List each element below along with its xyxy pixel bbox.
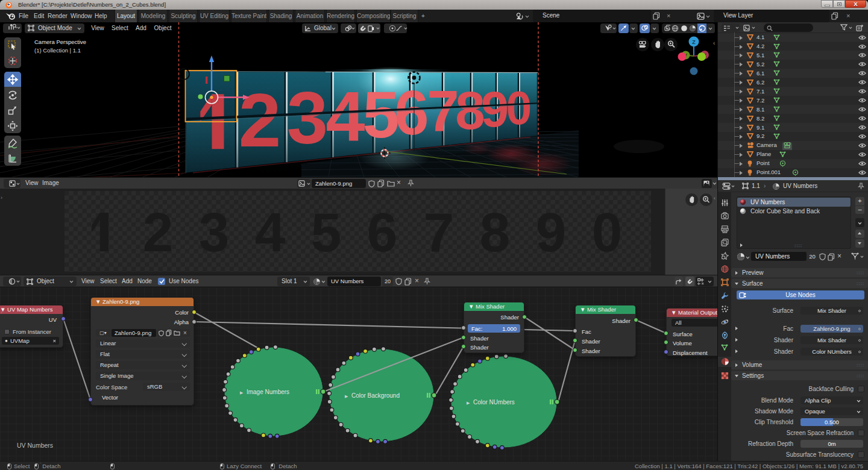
svg-text:Z: Z xyxy=(692,39,696,45)
svg-text:3: 3 xyxy=(287,77,328,159)
svg-text:▶ Image Numbers: ▶ Image Numbers xyxy=(240,389,289,395)
svg-text:4: 4 xyxy=(326,77,365,155)
svg-text:7: 7 xyxy=(427,79,459,143)
svg-text:9: 9 xyxy=(481,81,509,137)
svg-text:0: 0 xyxy=(506,82,532,134)
svg-text:▶ Color Background: ▶ Color Background xyxy=(345,392,400,399)
svg-text:▶ Color NUmbers: ▶ Color NUmbers xyxy=(467,399,515,406)
svg-text:2: 2 xyxy=(239,77,281,163)
svg-text:6: 6 xyxy=(394,78,429,148)
